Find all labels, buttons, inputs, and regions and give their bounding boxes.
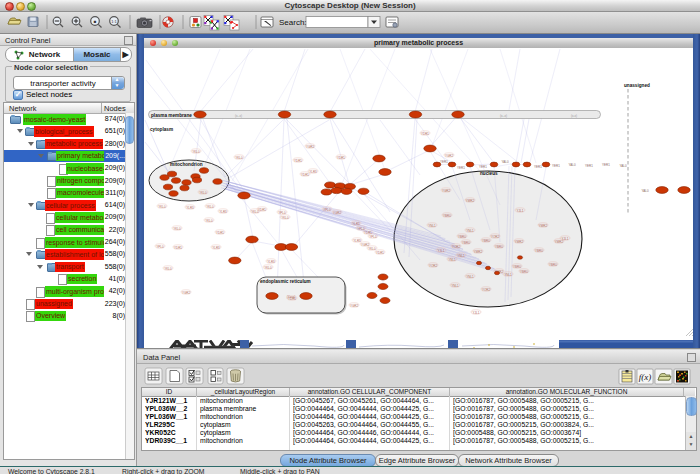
svg-text:YNL1: YNL1	[428, 224, 436, 228]
svg-text:YNL1: YNL1	[451, 284, 459, 288]
svg-text:YKL0: YKL0	[205, 219, 213, 223]
svg-text:YBR0: YBR0	[513, 265, 521, 269]
svg-text:YJL1: YJL1	[438, 249, 445, 253]
svg-text:YKL0: YKL0	[264, 266, 272, 270]
svg-text:YNL1: YNL1	[466, 229, 474, 233]
svg-text:YPL0: YPL0	[369, 235, 377, 239]
svg-text:unassigned: unassigned	[624, 83, 650, 88]
svg-text:YDR1: YDR1	[288, 297, 296, 301]
svg-text:YOR2: YOR2	[452, 245, 461, 249]
svg-text:YKL0: YKL0	[192, 150, 200, 154]
svg-text:YGR2: YGR2	[333, 211, 342, 215]
svg-text:YBR0: YBR0	[495, 245, 503, 249]
svg-text:YMR2: YMR2	[515, 240, 524, 244]
svg-text:YER1: YER1	[457, 166, 465, 170]
svg-text:YPL0: YPL0	[156, 245, 164, 249]
svg-text:(x--x): (x--x)	[500, 114, 507, 118]
svg-text:YDR1: YDR1	[174, 246, 182, 250]
svg-text:YKL0: YKL0	[281, 216, 289, 220]
svg-text:YBR0: YBR0	[443, 214, 451, 218]
svg-text:YDR1: YDR1	[421, 132, 429, 136]
svg-text:YMR2: YMR2	[539, 224, 548, 228]
svg-text:YPL0: YPL0	[278, 211, 286, 215]
svg-text:YNL1: YNL1	[457, 254, 465, 258]
svg-text:YGR2: YGR2	[445, 154, 454, 158]
svg-text:YGR2: YGR2	[350, 304, 359, 308]
svg-text:YKL0: YKL0	[173, 227, 181, 231]
svg-text:YBR0: YBR0	[482, 239, 490, 243]
svg-text:YGR2: YGR2	[182, 291, 191, 295]
svg-text:YKL0: YKL0	[199, 191, 207, 195]
svg-text:YNL1: YNL1	[448, 258, 456, 262]
svg-text:YBR0: YBR0	[520, 270, 528, 274]
svg-text:YAL0: YAL0	[501, 160, 508, 164]
svg-text:YKL0: YKL0	[206, 205, 214, 209]
svg-text:YER1: YER1	[552, 164, 560, 168]
svg-text:YPL0: YPL0	[323, 208, 331, 212]
svg-text:YDR1: YDR1	[294, 159, 302, 163]
svg-text:YKL0: YKL0	[251, 210, 259, 214]
svg-text:YBR0: YBR0	[535, 249, 543, 253]
svg-text:YLR3: YLR3	[309, 170, 317, 174]
svg-text:endoplasmic reticulum: endoplasmic reticulum	[260, 279, 311, 284]
svg-text:YNL1: YNL1	[466, 275, 474, 279]
svg-text:YKL0: YKL0	[235, 156, 243, 160]
svg-text:YJL1: YJL1	[562, 237, 569, 241]
svg-text:YOR2: YOR2	[491, 235, 500, 239]
svg-text:YOR2: YOR2	[429, 264, 438, 268]
svg-text:cytoplasm: cytoplasm	[150, 127, 173, 132]
svg-text:YLR3: YLR3	[212, 246, 220, 250]
svg-text:f(x): f(x)	[639, 372, 652, 382]
svg-text:YJL1: YJL1	[517, 209, 524, 213]
svg-text:YDR1: YDR1	[376, 251, 384, 255]
svg-text:YBR0: YBR0	[458, 235, 466, 239]
svg-text:1:1: 1:1	[111, 19, 117, 24]
svg-text:YOR2: YOR2	[482, 288, 491, 292]
svg-text:YKL0: YKL0	[158, 205, 166, 209]
svg-text:YDR1: YDR1	[301, 173, 309, 177]
svg-text:YAL0: YAL0	[568, 163, 575, 167]
svg-text:YDR1: YDR1	[337, 156, 345, 160]
svg-text:(x-x): (x-x)	[571, 114, 577, 118]
svg-text:YER1: YER1	[585, 164, 593, 168]
svg-text:YBR0: YBR0	[462, 241, 470, 245]
svg-text:YER1: YER1	[534, 165, 542, 169]
svg-text:(x--x): (x--x)	[235, 114, 242, 118]
svg-text:YLR3: YLR3	[352, 222, 360, 226]
svg-text:YLR3: YLR3	[267, 260, 275, 264]
svg-text:YGR2: YGR2	[442, 189, 451, 193]
svg-text:nucleus: nucleus	[480, 171, 498, 176]
svg-text:■: ■	[94, 19, 97, 24]
svg-text:YPL0: YPL0	[357, 227, 365, 231]
svg-text:YGR2: YGR2	[361, 243, 370, 247]
svg-text:YGR2: YGR2	[306, 145, 315, 149]
svg-text:YJL1: YJL1	[473, 311, 480, 315]
svg-text:YAL0: YAL0	[641, 189, 648, 193]
svg-text:YMR2: YMR2	[466, 199, 475, 203]
svg-text:YER1: YER1	[479, 165, 487, 169]
svg-text:YKL0: YKL0	[368, 247, 376, 251]
svg-text:YLR3: YLR3	[219, 210, 227, 214]
svg-text:YMR2: YMR2	[474, 250, 483, 254]
svg-text:plasma membrane: plasma membrane	[151, 113, 192, 118]
svg-text:YKL0: YKL0	[164, 267, 172, 271]
svg-text:YDR1: YDR1	[216, 231, 224, 235]
svg-text:YNL1: YNL1	[504, 273, 512, 277]
svg-text:YAL0: YAL0	[619, 164, 626, 168]
svg-text:YLR3: YLR3	[186, 206, 194, 210]
svg-text:YLR3: YLR3	[353, 239, 361, 243]
svg-text:mitochondrion: mitochondrion	[170, 162, 203, 167]
svg-text:YBR0: YBR0	[549, 263, 557, 267]
svg-text:YER1: YER1	[440, 160, 448, 164]
svg-text:YER1: YER1	[602, 163, 610, 167]
